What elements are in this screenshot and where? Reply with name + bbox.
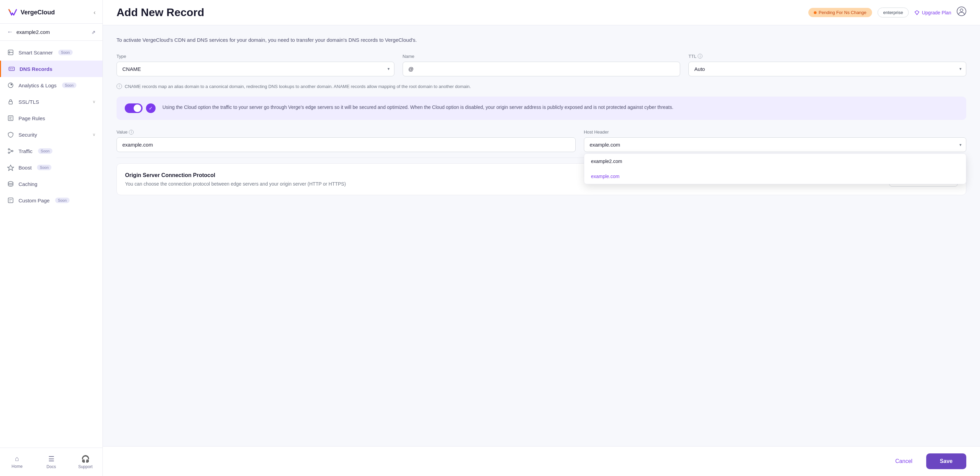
sidebar-item-label-analytics-logs: Analytics & Logs [19,83,57,88]
form-content: To activate VergeCloud's CDN and DNS ser… [103,25,980,446]
security-icon [7,131,14,138]
dropdown-option-example[interactable]: example.com [584,169,966,184]
vergecloud-logo-icon [7,7,18,18]
svg-rect-19 [8,198,13,203]
svg-point-12 [8,149,10,150]
origin-title: Origin Server Connection Protocol [125,172,346,178]
footer-docs-label: Docs [46,464,56,469]
footer-support-button[interactable]: 🎧 Support [68,452,102,472]
svg-point-13 [12,150,13,152]
sidebar-badge-smart-scanner: Soon [58,50,73,55]
logo-area: VergeCloud [7,7,55,18]
analytics-icon [7,81,14,89]
sidebar-item-ssl-tls[interactable]: SSL/TLS ∨ [0,94,102,110]
sidebar-item-label-ssl-tls: SSL/TLS [19,99,39,105]
svg-marker-17 [8,165,14,171]
footer-home-label: Home [12,464,22,469]
domain-expand-button[interactable]: ⇗ [91,29,95,35]
sidebar-item-label-boost: Boost [19,165,32,171]
sidebar-item-page-rules[interactable]: Page Rules [0,110,102,126]
upgrade-plan-button[interactable]: Upgrade Plan [914,10,951,16]
svg-point-18 [8,181,13,184]
sidebar-item-boost[interactable]: Boost Soon [0,159,102,176]
sidebar-badge-analytics-logs: Soon [62,83,76,88]
sidebar-item-label-traffic: Traffic [19,148,33,154]
sidebar-item-traffic[interactable]: Traffic Soon [0,143,102,159]
sidebar-item-label-dns-records: DNS Records [19,66,52,72]
sidebar-badge-traffic: Soon [38,148,52,154]
cloud-check-icon: ✓ [146,103,156,113]
svg-point-14 [8,152,10,154]
home-icon: ⌂ [15,455,19,463]
sidebar-item-dns-records[interactable]: DNS Records [0,60,102,77]
sidebar-item-smart-scanner[interactable]: Smart Scanner Soon [0,44,102,60]
smart-scanner-icon [7,49,14,56]
ttl-label: TTL i [689,54,966,59]
svg-point-22 [957,7,966,16]
cloud-info-text: Using the Cloud option the traffic to yo… [162,103,673,111]
caching-icon [7,180,14,188]
top-header: Add New Record Pending For Ns Change ent… [103,0,980,25]
sidebar-item-custom-page[interactable]: Custom Page Soon [0,192,102,209]
value-info-icon[interactable]: i [129,130,134,135]
ttl-field-group: TTL i Auto 60 300 3600 ▾ [689,54,966,76]
name-label: Name [402,54,681,59]
origin-left-content: Origin Server Connection Protocol You ca… [125,172,346,187]
value-field-group: Value i [116,129,576,152]
type-label: Type [116,54,395,59]
toggle-thumb [134,105,141,112]
logo-text: VergeCloud [21,9,55,16]
ttl-info-icon[interactable]: i [698,54,702,59]
upgrade-plan-label: Upgrade Plan [922,10,951,16]
sidebar-item-label-custom-page: Custom Page [19,198,50,203]
cname-info-text: i CNAME records map an alias domain to a… [116,83,966,90]
security-chevron-icon: ∨ [92,132,95,137]
svg-line-16 [10,151,12,153]
footer-home-button[interactable]: ⌂ Home [0,452,34,472]
cname-info-icon: i [116,84,122,89]
host-header-label: Host Header [584,129,966,135]
support-icon: 🎧 [81,455,90,463]
cancel-button[interactable]: Cancel [887,454,921,468]
custom-page-icon [7,197,14,204]
type-select[interactable]: CNAME A AAAA MX TXT [116,62,395,76]
action-bar: Cancel Save [103,446,980,476]
pending-label-text: Pending For Ns Change [819,10,866,15]
dropdown-option-example2[interactable]: example2.com [584,154,966,169]
svg-line-15 [10,149,12,151]
domain-selector: ← example2.com ⇗ [0,24,102,41]
ttl-select[interactable]: Auto 60 300 3600 [689,62,966,76]
sidebar-header: VergeCloud ‹ [0,0,102,24]
upgrade-diamond-icon [914,10,920,16]
sidebar-item-analytics-logs[interactable]: Analytics & Logs Soon [0,77,102,94]
pending-dot-icon [814,11,816,14]
sidebar-item-security[interactable]: Security ∨ [0,126,102,143]
header-actions: Pending For Ns Change enterprise Upgrade… [808,6,966,19]
sidebar-nav: Smart Scanner Soon DNS Records Analytics… [0,41,102,447]
value-label: Value i [116,129,576,135]
name-input[interactable] [402,62,681,76]
domain-back-button[interactable]: ← [7,29,13,36]
main-content: Add New Record Pending For Ns Change ent… [103,0,980,476]
type-field-group: Type CNAME A AAAA MX TXT ▾ [116,54,395,76]
sidebar: VergeCloud ‹ ← example2.com ⇗ Smart Scan… [0,0,103,476]
page-title: Add New Record [116,6,204,19]
sidebar-item-caching[interactable]: Caching [0,176,102,192]
user-avatar-button[interactable] [957,6,966,19]
type-select-wrapper: CNAME A AAAA MX TXT ▾ [116,62,395,76]
footer-docs-button[interactable]: ☰ Docs [34,452,68,472]
sidebar-footer: ⌂ Home ☰ Docs 🎧 Support [0,447,102,476]
form-row-type-name-ttl: Type CNAME A AAAA MX TXT ▾ Name [116,54,966,76]
value-input[interactable] [116,137,576,152]
host-header-select[interactable]: Host Header example2.com example.com [584,137,966,152]
collapse-sidebar-button[interactable]: ‹ [94,9,95,16]
save-button[interactable]: Save [926,454,966,469]
sidebar-badge-boost: Soon [37,165,51,170]
name-field-group: Name [402,54,681,76]
cloud-toggle-section: ✓ Using the Cloud option the traffic to … [116,97,966,120]
svg-point-4 [10,68,11,70]
form-subtitle: To activate VergeCloud's CDN and DNS ser… [116,36,966,44]
boost-icon [7,164,14,171]
cloud-toggle[interactable] [125,103,143,113]
page-rules-icon [7,114,14,122]
